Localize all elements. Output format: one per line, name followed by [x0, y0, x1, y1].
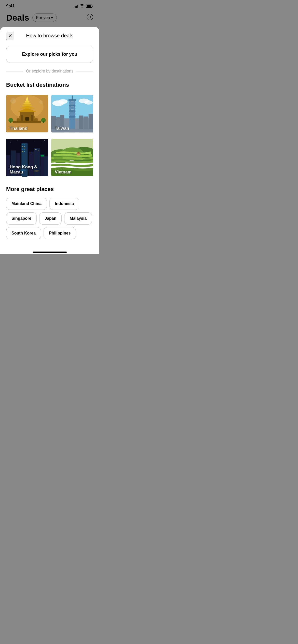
svg-rect-45 — [71, 107, 74, 107]
home-indicator — [0, 250, 99, 254]
svg-rect-41 — [69, 116, 76, 118]
filter-label: For you — [36, 16, 50, 20]
svg-rect-38 — [69, 108, 76, 109]
modal-header: ✕ How to browse deals — [0, 27, 99, 44]
svg-rect-67 — [24, 148, 25, 148]
svg-rect-14 — [31, 115, 33, 121]
svg-rect-70 — [22, 151, 23, 152]
hongkong-label: Hong Kong & Macau — [10, 165, 48, 175]
svg-rect-81 — [41, 155, 44, 156]
svg-rect-40 — [69, 113, 76, 115]
svg-rect-36 — [69, 102, 76, 104]
hongkong-card[interactable]: Hong Kong & Macau — [6, 137, 48, 178]
svg-rect-64 — [22, 146, 23, 147]
destinations-grid: Thailand — [6, 93, 93, 178]
svg-point-91 — [53, 156, 63, 160]
divider: Or explore by destinations — [6, 69, 93, 74]
share-icon[interactable] — [87, 14, 93, 22]
place-mainland-china[interactable]: Mainland China — [6, 198, 47, 210]
divider-text: Or explore by destinations — [26, 69, 73, 74]
svg-rect-42 — [72, 96, 73, 100]
svg-rect-78 — [35, 149, 36, 150]
svg-rect-21 — [43, 121, 44, 123]
bucket-list-title: Bucket list destinations — [6, 82, 93, 88]
wifi-icon — [80, 4, 84, 8]
svg-rect-76 — [30, 153, 31, 153]
svg-rect-46 — [71, 109, 74, 110]
close-button[interactable]: ✕ — [6, 32, 14, 40]
more-places-grid: Mainland China Indonesia Singapore Japan… — [6, 198, 93, 239]
svg-point-16 — [10, 98, 16, 104]
svg-rect-44 — [71, 104, 74, 105]
svg-rect-63 — [24, 145, 25, 145]
place-indonesia[interactable]: Indonesia — [49, 198, 79, 210]
svg-rect-13 — [21, 115, 23, 121]
home-bar — [33, 252, 67, 253]
vietnam-label: Vietnam — [55, 170, 72, 175]
svg-rect-37 — [69, 105, 76, 106]
svg-rect-69 — [24, 150, 25, 150]
status-bar: 9:41 — [0, 0, 99, 11]
svg-rect-77 — [31, 153, 32, 153]
svg-point-49 — [10, 142, 11, 143]
close-icon: ✕ — [8, 33, 12, 39]
svg-point-17 — [39, 100, 43, 104]
svg-rect-68 — [22, 150, 23, 150]
place-singapore[interactable]: Singapore — [6, 212, 37, 225]
taiwan-label: Taiwan — [55, 126, 69, 131]
svg-point-92 — [83, 158, 92, 162]
status-time: 9:41 — [6, 4, 15, 9]
chevron-down-icon: ▾ — [51, 15, 53, 20]
browse-deals-modal: ✕ How to browse deals Explore our picks … — [0, 27, 99, 250]
more-places-title: More great places — [6, 186, 93, 193]
signal-icon — [74, 5, 78, 8]
svg-rect-65 — [24, 146, 25, 147]
svg-rect-15 — [25, 117, 29, 121]
thailand-label: Thailand — [10, 126, 28, 131]
svg-rect-71 — [24, 151, 25, 152]
svg-rect-89 — [77, 153, 80, 156]
svg-rect-19 — [10, 121, 11, 123]
modal-title: How to browse deals — [26, 33, 73, 39]
svg-rect-66 — [22, 148, 23, 148]
divider-line-left — [6, 71, 23, 71]
place-south-korea[interactable]: South Korea — [6, 227, 41, 239]
svg-point-26 — [84, 100, 93, 105]
thailand-card[interactable]: Thailand — [6, 93, 48, 134]
svg-point-52 — [34, 141, 34, 142]
divider-line-right — [76, 71, 93, 71]
place-malaysia[interactable]: Malaysia — [64, 212, 92, 225]
place-japan[interactable]: Japan — [39, 212, 62, 225]
for-you-filter[interactable]: For you ▾ — [32, 13, 57, 22]
battery-icon — [86, 5, 93, 8]
svg-point-50 — [18, 140, 18, 141]
explore-picks-button[interactable]: Explore our picks for you — [6, 46, 93, 63]
svg-rect-43 — [71, 101, 74, 102]
place-philippines[interactable]: Philippines — [44, 227, 76, 239]
status-icons — [74, 4, 93, 8]
svg-point-53 — [42, 143, 43, 143]
deals-header: Deals For you ▾ — [0, 11, 99, 27]
svg-point-24 — [58, 99, 68, 104]
svg-rect-39 — [69, 110, 76, 112]
svg-rect-62 — [22, 145, 23, 145]
taiwan-card[interactable]: Taiwan — [51, 93, 93, 134]
page-title: Deals — [6, 13, 29, 23]
svg-rect-34 — [70, 100, 75, 132]
svg-point-54 — [44, 140, 45, 141]
vietnam-card[interactable]: Vietnam — [51, 137, 93, 178]
svg-rect-79 — [36, 149, 37, 150]
svg-rect-80 — [38, 151, 39, 151]
